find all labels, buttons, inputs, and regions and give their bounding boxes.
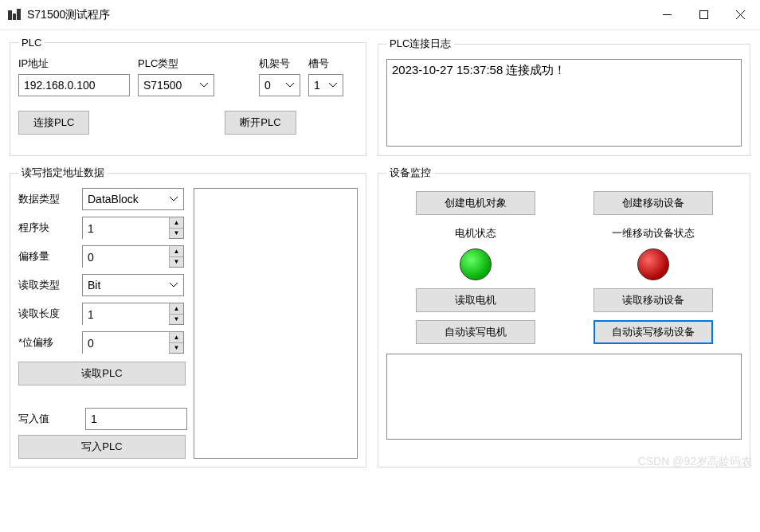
slot-value: 1 bbox=[314, 79, 320, 92]
rack-combo[interactable]: 0 bbox=[259, 74, 300, 96]
readwrite-legend: 读写指定地址数据 bbox=[18, 166, 108, 180]
connect-plc-button[interactable]: 连接PLC bbox=[18, 111, 89, 135]
plc-groupbox: PLC IP地址 PLC类型 S71500 机架号 0 bbox=[10, 37, 366, 156]
maximize-button[interactable] bbox=[685, 3, 722, 27]
ip-label: IP地址 bbox=[18, 57, 130, 71]
log-groupbox: PLC连接日志 2023-10-27 15:37:58 连接成功！ bbox=[378, 37, 750, 156]
motor-status-label: 电机状态 bbox=[455, 226, 496, 241]
chevron-down-icon bbox=[167, 197, 180, 201]
block-value[interactable] bbox=[83, 217, 169, 240]
readlen-label: 读取长度 bbox=[18, 307, 77, 321]
slot-combo[interactable]: 1 bbox=[308, 74, 343, 96]
svg-rect-2 bbox=[17, 9, 21, 20]
rack-value: 0 bbox=[264, 79, 271, 92]
readwrite-groupbox: 读写指定地址数据 数据类型 DataBlock 程序块 ▲▼ bbox=[10, 166, 366, 467]
readtype-value: Bit bbox=[88, 279, 100, 291]
chevron-down-icon bbox=[327, 83, 339, 88]
motor-status-led bbox=[460, 248, 492, 280]
datatype-label: 数据类型 bbox=[18, 192, 77, 206]
writeval-label: 写入值 bbox=[18, 412, 77, 426]
readwrite-result-box[interactable] bbox=[194, 188, 358, 459]
mobile-status-led bbox=[637, 248, 669, 280]
plctype-value: S71500 bbox=[143, 79, 182, 92]
titlebar: S71500测试程序 bbox=[0, 0, 760, 30]
monitor-legend: 设备监控 bbox=[386, 166, 434, 180]
plc-legend: PLC bbox=[18, 37, 45, 49]
mobile-status-label: 一维移动设备状态 bbox=[612, 226, 695, 241]
bitoffset-value[interactable] bbox=[83, 332, 169, 354]
auto-motor-button[interactable]: 自动读写电机 bbox=[416, 320, 535, 344]
log-textarea[interactable]: 2023-10-27 15:37:58 连接成功！ bbox=[386, 59, 742, 147]
slot-label: 槽号 bbox=[308, 57, 343, 71]
chevron-down-icon bbox=[284, 83, 296, 88]
spin-up-icon[interactable]: ▲ bbox=[170, 332, 183, 343]
spin-down-icon[interactable]: ▼ bbox=[170, 343, 183, 354]
block-spinner[interactable]: ▲▼ bbox=[82, 217, 184, 239]
bitoffset-label: *位偏移 bbox=[18, 335, 77, 350]
window-title: S71500测试程序 bbox=[27, 8, 110, 22]
datatype-value: DataBlock bbox=[88, 193, 139, 205]
spin-up-icon[interactable]: ▲ bbox=[170, 246, 183, 257]
plctype-combo[interactable]: S71500 bbox=[138, 74, 214, 96]
readtype-combo[interactable]: Bit bbox=[82, 274, 184, 296]
ip-input[interactable] bbox=[18, 74, 130, 96]
spin-down-icon[interactable]: ▼ bbox=[170, 315, 183, 325]
svg-rect-0 bbox=[8, 10, 12, 20]
write-plc-button[interactable]: 写入PLC bbox=[18, 435, 186, 459]
monitor-groupbox: 设备监控 创建电机对象 创建移动设备 电机状态 读取电机 自动读写电机 一维移动… bbox=[378, 166, 750, 467]
offset-label: 偏移量 bbox=[18, 249, 77, 264]
create-motor-button[interactable]: 创建电机对象 bbox=[416, 191, 535, 215]
rack-label: 机架号 bbox=[259, 57, 300, 71]
spin-down-icon[interactable]: ▼ bbox=[170, 257, 183, 268]
read-mobile-button[interactable]: 读取移动设备 bbox=[594, 288, 713, 312]
disconnect-plc-button[interactable]: 断开PLC bbox=[225, 111, 296, 135]
close-button[interactable] bbox=[722, 3, 758, 27]
offset-value[interactable] bbox=[83, 246, 169, 268]
block-label: 程序块 bbox=[18, 221, 77, 235]
readlen-value[interactable] bbox=[83, 303, 169, 326]
spin-up-icon[interactable]: ▲ bbox=[170, 303, 183, 315]
chevron-down-icon bbox=[198, 83, 210, 88]
svg-rect-1 bbox=[13, 14, 16, 20]
log-legend: PLC连接日志 bbox=[386, 37, 454, 51]
plctype-label: PLC类型 bbox=[138, 57, 214, 71]
app-icon bbox=[8, 9, 21, 22]
writeval-input[interactable] bbox=[85, 408, 187, 430]
offset-spinner[interactable]: ▲▼ bbox=[82, 245, 184, 268]
chevron-down-icon bbox=[167, 283, 180, 288]
read-plc-button[interactable]: 读取PLC bbox=[18, 362, 186, 385]
minimize-button[interactable] bbox=[648, 3, 685, 27]
auto-mobile-button[interactable]: 自动读写移动设备 bbox=[594, 320, 713, 344]
spin-down-icon[interactable]: ▼ bbox=[170, 229, 183, 239]
svg-rect-4 bbox=[699, 11, 707, 19]
create-mobile-button[interactable]: 创建移动设备 bbox=[594, 191, 713, 215]
read-motor-button[interactable]: 读取电机 bbox=[416, 288, 535, 312]
monitor-output-box[interactable] bbox=[386, 354, 742, 440]
bitoffset-spinner[interactable]: ▲▼ bbox=[82, 331, 184, 354]
readtype-label: 读取类型 bbox=[18, 278, 77, 292]
datatype-combo[interactable]: DataBlock bbox=[82, 188, 184, 210]
readlen-spinner[interactable]: ▲▼ bbox=[82, 303, 184, 325]
spin-up-icon[interactable]: ▲ bbox=[170, 217, 183, 229]
